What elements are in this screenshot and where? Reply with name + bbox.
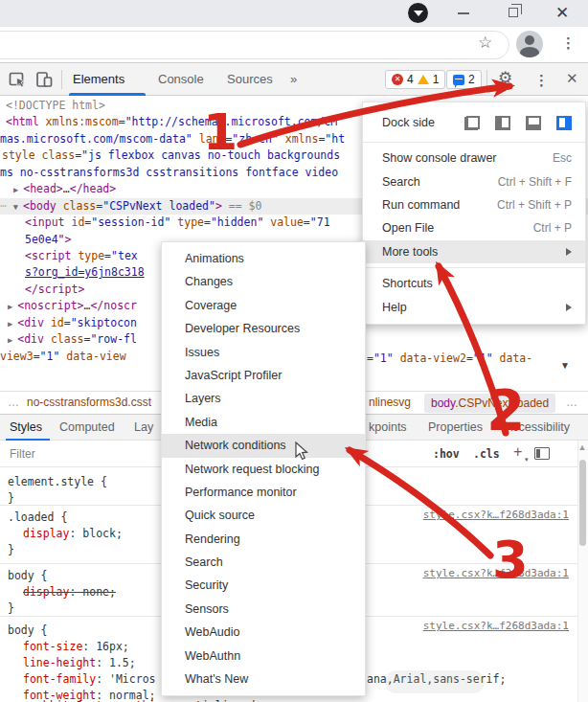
devtools-close-icon[interactable]: ✕ <box>566 70 578 87</box>
stylesheet-link[interactable]: style.csx?k…f268d3ada:1 <box>423 620 569 632</box>
submenu-item-network-conditions[interactable]: Network conditions <box>162 434 365 457</box>
messages-badge[interactable]: 2 <box>446 70 482 89</box>
styles-tab-kpoints[interactable]: kpoints <box>369 415 407 440</box>
css-closing-brace: } <box>8 491 14 505</box>
devtools-tab-sources[interactable]: Sources <box>227 63 273 95</box>
breadcrumb-ellipsis[interactable]: … <box>8 396 19 409</box>
css-declaration[interactable]: display: none; <box>23 585 116 599</box>
code-segment: ▶ <box>8 319 17 328</box>
css-declaration[interactable]: font-family: 'Micros <box>23 672 155 686</box>
submenu-item-developer-resources[interactable]: Developer Resources <box>162 317 365 340</box>
styles-tab-properties[interactable]: Properties <box>428 415 483 440</box>
menu-divider <box>363 267 585 268</box>
filter-input[interactable]: Filter <box>10 447 35 461</box>
submenu-item-javascript-profiler[interactable]: JavaScript Profiler <box>162 364 365 387</box>
browser-toolbar: ☆ ⋮ <box>0 27 588 63</box>
scrollbar-thumb[interactable] <box>579 460 586 546</box>
css-selector[interactable]: body { <box>8 569 48 582</box>
submenu-item-performance-monitor[interactable]: Performance monitor <box>162 481 365 504</box>
stylesheet-link[interactable]: style.csx?k…f268d3ada:1 <box>423 567 569 579</box>
scrollbar-up-icon[interactable]: ▲ <box>577 442 587 452</box>
scroll-down-icon[interactable]: ▼ <box>560 360 570 371</box>
code-segment: style class <box>2 148 75 162</box>
devtools-main-menu: Dock sideShow console drawerEscSearchCtr… <box>362 102 586 325</box>
code-segment: ▶ <box>13 185 23 194</box>
inspect-element-icon[interactable] <box>8 70 27 89</box>
submenu-item-issues[interactable]: Issues <box>162 341 365 364</box>
css-selector[interactable]: element.style { <box>8 475 107 488</box>
devtools-tab-elements[interactable]: Elements <box>73 63 124 95</box>
window-minimize-button[interactable] <box>458 12 469 14</box>
submenu-item-webaudio[interactable]: WebAudio <box>162 621 365 644</box>
dock-to-bottom-icon[interactable] <box>526 116 541 130</box>
submenu-item-search[interactable]: Search <box>162 551 365 574</box>
code-segment: data- <box>493 351 533 365</box>
stylesheet-link[interactable]: style.csx?k…f268d3ada:1 <box>423 509 569 521</box>
window-restore-button[interactable] <box>509 8 518 17</box>
devtools-menu-icon[interactable]: ⋮ <box>534 72 549 89</box>
styles-tab-styles[interactable]: Styles <box>10 415 42 440</box>
submenu-item-network-request-blocking[interactable]: Network request blocking <box>162 458 365 481</box>
more-tools-submenu: AnimationsChangesCoverageDeveloper Resou… <box>161 241 366 696</box>
toggle-class-button[interactable]: .cls <box>473 447 500 461</box>
menu-item-run-command[interactable]: Run commandCtrl + Shift + P <box>363 193 585 216</box>
browser-menu-icon[interactable]: ⋮ <box>561 34 576 52</box>
menu-item-shortcuts[interactable]: Shortcuts <box>363 272 585 295</box>
submenu-item-quick-source[interactable]: Quick source <box>162 504 365 527</box>
menu-item-dock-side: Dock side <box>363 107 585 138</box>
dock-to-right-icon[interactable] <box>556 116 572 130</box>
css-declaration[interactable]: line-height: 1.5; <box>23 656 136 669</box>
styles-tab-accessibility[interactable]: Accessibility <box>505 415 570 440</box>
new-style-rule-button[interactable]: + <box>513 443 522 461</box>
code-segment: = <box>34 350 40 363</box>
toggle-hover-state-button[interactable]: :hov <box>433 447 460 461</box>
menu-item-open-file[interactable]: Open FileCtrl + P <box>363 216 585 239</box>
css-declaration[interactable]: display: block; <box>23 527 123 540</box>
menu-item-help[interactable]: Help <box>363 295 585 318</box>
styles-tab-computed[interactable]: Computed <box>59 415 115 440</box>
css-property-name: display <box>23 527 69 540</box>
submenu-item-sensors[interactable]: Sensors <box>162 598 365 621</box>
code-segment: = <box>204 215 211 229</box>
devtools-tab-console[interactable]: Console <box>158 63 204 95</box>
code-segment: "row-fl <box>90 332 136 346</box>
device-toolbar-icon[interactable] <box>34 70 54 89</box>
menu-item-show-console-drawer[interactable]: Show console drawerEsc <box>363 147 585 170</box>
submenu-item-changes[interactable]: Changes <box>162 270 365 293</box>
window-close-button[interactable]: ✕ <box>553 2 572 25</box>
submenu-item-security[interactable]: Security <box>162 574 365 597</box>
code-segment: <head> <box>23 182 63 195</box>
submenu-item-coverage[interactable]: Coverage <box>162 294 365 317</box>
css-selector[interactable]: .loaded { <box>8 510 67 524</box>
issues-badge[interactable]: 4 1 <box>385 70 445 89</box>
undock-icon[interactable] <box>464 116 480 130</box>
code-segment: value <box>263 215 304 229</box>
breadcrumb-ellipsis[interactable]: … <box>566 396 577 409</box>
submenu-item-layers[interactable]: Layers <box>162 387 365 410</box>
download-complete-icon[interactable] <box>408 3 428 23</box>
code-segment: type <box>170 215 204 229</box>
styles-tab-lay[interactable]: Lay <box>134 415 153 440</box>
bookmark-star-icon[interactable]: ☆ <box>478 33 492 53</box>
profile-avatar[interactable] <box>516 31 543 57</box>
address-bar[interactable] <box>0 31 509 59</box>
menu-item-more-tools[interactable]: More tools <box>363 240 585 263</box>
submenu-item-rendering[interactable]: Rendering <box>162 528 365 551</box>
css-closing-brace: } <box>8 601 14 615</box>
breadcrumb-item[interactable]: nlinesvg <box>369 396 411 409</box>
settings-gear-icon[interactable]: ⚙ <box>498 68 512 88</box>
css-selector[interactable]: body { <box>8 623 48 637</box>
submenu-item-media[interactable]: Media <box>162 411 365 434</box>
menu-item-search[interactable]: SearchCtrl + Shift + F <box>363 170 585 192</box>
submenu-item-webauthn[interactable]: WebAuthn <box>162 645 365 668</box>
dock-to-left-icon[interactable] <box>495 116 510 130</box>
devtools-tab-[interactable]: » <box>290 63 297 95</box>
submenu-item-what-s-new[interactable]: What's New <box>162 668 365 691</box>
toolbar-divider <box>486 70 487 89</box>
breadcrumb-item[interactable]: no-csstransforms3d.csst <box>27 396 151 409</box>
submenu-item-animations[interactable]: Animations <box>162 247 365 270</box>
css-declaration[interactable]: font-size: 16px; <box>23 640 129 653</box>
toggle-sidebar-pane-icon[interactable] <box>534 447 550 460</box>
breadcrumb-selected-item[interactable]: body.CSPvNext.loaded <box>424 394 555 413</box>
error-icon <box>392 74 403 85</box>
